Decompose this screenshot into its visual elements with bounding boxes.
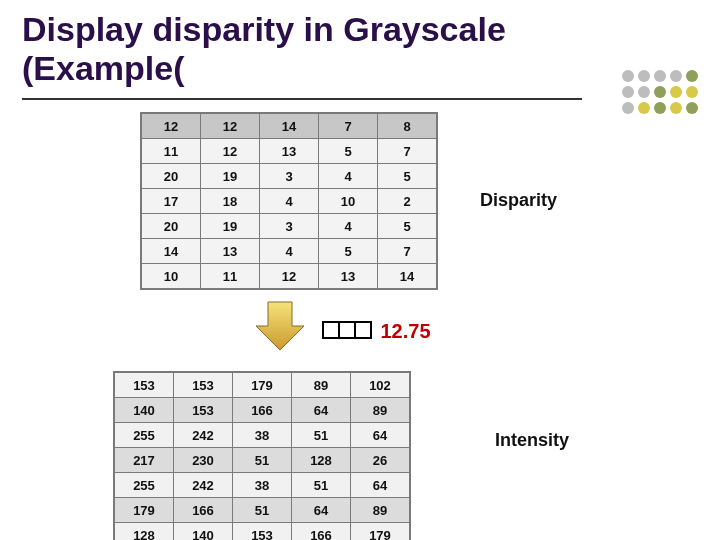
- table-cell: 19: [201, 164, 260, 189]
- table-cell: 7: [378, 239, 438, 264]
- table-cell: 38: [233, 423, 292, 448]
- table-cell: 51: [233, 498, 292, 523]
- table-cell: 18: [201, 189, 260, 214]
- placeholder-boxes-icon: [322, 321, 370, 343]
- table-cell: 14: [260, 113, 319, 139]
- table-cell: 64: [292, 498, 351, 523]
- table-cell: 153: [233, 523, 292, 541]
- table-cell: 89: [351, 398, 411, 423]
- title-line-2: (Example(: [22, 49, 185, 87]
- table-cell: 166: [233, 398, 292, 423]
- table-cell: 38: [233, 473, 292, 498]
- table-cell: 140: [174, 523, 233, 541]
- table-cell: 89: [351, 498, 411, 523]
- table-cell: 12: [201, 139, 260, 164]
- intensity-table: 1531531798910214015316664892552423851642…: [113, 371, 411, 540]
- title-line-1: Display disparity in Grayscale: [22, 10, 506, 48]
- table-cell: 11: [141, 139, 201, 164]
- table-cell: 5: [378, 214, 438, 239]
- table-cell: 5: [319, 239, 378, 264]
- table-cell: 10: [141, 264, 201, 290]
- table-cell: 7: [378, 139, 438, 164]
- table-cell: 64: [351, 423, 411, 448]
- decoration-dots: [622, 70, 700, 116]
- table-cell: 4: [319, 214, 378, 239]
- table-cell: 255: [114, 473, 174, 498]
- table-cell: 166: [292, 523, 351, 541]
- multiplier-value: 12.75: [380, 320, 430, 342]
- table-cell: 14: [141, 239, 201, 264]
- table-cell: 179: [233, 372, 292, 398]
- table-cell: 51: [292, 423, 351, 448]
- table-cell: 17: [141, 189, 201, 214]
- table-cell: 12: [141, 113, 201, 139]
- table-cell: 128: [114, 523, 174, 541]
- table-cell: 10: [319, 189, 378, 214]
- table-cell: 89: [292, 372, 351, 398]
- disparity-table: 1212147811121357201934517184102201934514…: [140, 112, 438, 290]
- table-cell: 179: [351, 523, 411, 541]
- slide-title: Display disparity in Grayscale (Example(: [22, 10, 506, 88]
- table-cell: 3: [260, 214, 319, 239]
- table-cell: 12: [201, 113, 260, 139]
- table-cell: 20: [141, 164, 201, 189]
- table-cell: 128: [292, 448, 351, 473]
- table-cell: 8: [378, 113, 438, 139]
- table-cell: 7: [319, 113, 378, 139]
- table-cell: 5: [319, 139, 378, 164]
- table-cell: 13: [260, 139, 319, 164]
- table-cell: 4: [260, 239, 319, 264]
- disparity-label: Disparity: [480, 190, 557, 211]
- table-cell: 64: [351, 473, 411, 498]
- table-cell: 2: [378, 189, 438, 214]
- table-cell: 166: [174, 498, 233, 523]
- table-cell: 140: [114, 398, 174, 423]
- table-cell: 14: [378, 264, 438, 290]
- multiplier: 12.75: [322, 320, 431, 343]
- table-cell: 153: [114, 372, 174, 398]
- table-cell: 11: [201, 264, 260, 290]
- table-cell: 255: [114, 423, 174, 448]
- table-cell: 51: [233, 448, 292, 473]
- table-cell: 4: [319, 164, 378, 189]
- intensity-label: Intensity: [495, 430, 569, 451]
- table-cell: 19: [201, 214, 260, 239]
- table-cell: 242: [174, 423, 233, 448]
- table-cell: 51: [292, 473, 351, 498]
- table-cell: 179: [114, 498, 174, 523]
- table-cell: 153: [174, 372, 233, 398]
- table-cell: 153: [174, 398, 233, 423]
- table-cell: 102: [351, 372, 411, 398]
- table-cell: 13: [201, 239, 260, 264]
- table-cell: 12: [260, 264, 319, 290]
- table-cell: 64: [292, 398, 351, 423]
- table-cell: 242: [174, 473, 233, 498]
- table-cell: 217: [114, 448, 174, 473]
- table-cell: 20: [141, 214, 201, 239]
- table-cell: 13: [319, 264, 378, 290]
- table-cell: 5: [378, 164, 438, 189]
- table-cell: 26: [351, 448, 411, 473]
- table-cell: 3: [260, 164, 319, 189]
- title-underline: [22, 98, 582, 100]
- table-cell: 4: [260, 189, 319, 214]
- table-cell: 230: [174, 448, 233, 473]
- down-arrow-icon: [250, 296, 310, 356]
